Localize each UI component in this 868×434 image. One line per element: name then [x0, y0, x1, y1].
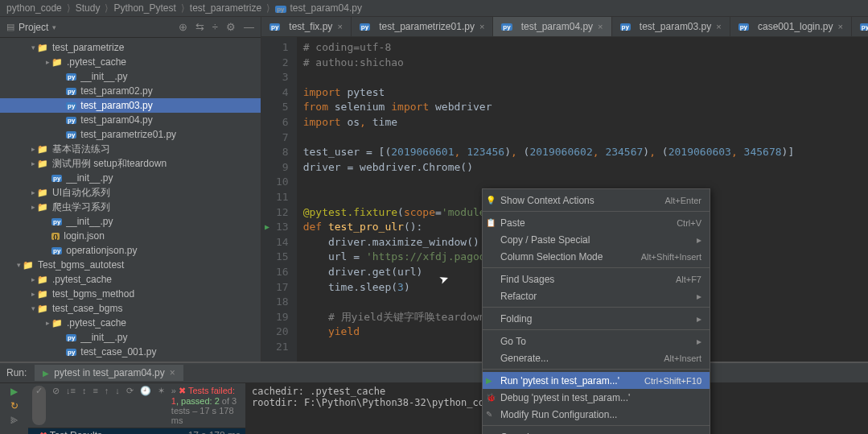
- sort-icon[interactable]: ↓≡: [66, 386, 76, 425]
- editor-tab[interactable]: pytest_fix.py×: [261, 17, 352, 36]
- menu-item[interactable]: 📋PasteCtrl+V: [483, 214, 710, 231]
- menu-item[interactable]: Open In▸: [483, 428, 710, 434]
- project-sidebar: ▤ Project ▾ ⊕ ⇆ ÷ ⚙ — ▾📁test_parametrize…: [0, 17, 261, 363]
- breadcrumb-part[interactable]: test_parametrize: [190, 2, 261, 14]
- menu-icon: 🐞: [486, 393, 496, 402]
- tree-item[interactable]: pytest_case_001.py: [0, 345, 261, 359]
- tree-item[interactable]: ▸📁.pytest_cache: [0, 55, 261, 69]
- project-tree[interactable]: ▾📁test_parametrize▸📁.pytest_cachepy__ini…: [0, 38, 261, 363]
- gutter: 123456789101112▶131415161718192021: [261, 37, 297, 363]
- editor-tab[interactable]: pytest_case_00×: [852, 17, 868, 36]
- tree-item[interactable]: pytest_parametrize01.py: [0, 127, 261, 142]
- folder-icon: 📁: [37, 275, 48, 285]
- editor-tab[interactable]: pytest_param03.py×: [612, 17, 730, 36]
- tree-item[interactable]: {}login.json: [0, 229, 261, 243]
- breadcrumb-file[interactable]: test_param04.py: [290, 2, 362, 14]
- locate-icon[interactable]: ⊕: [179, 21, 187, 33]
- menu-item[interactable]: Refactor▸: [483, 287, 710, 304]
- json-icon: {}: [51, 233, 60, 240]
- breadcrumb-part[interactable]: Study: [76, 2, 101, 14]
- editor-tabs: pytest_fix.py×pytest_parametrize01.py×py…: [261, 17, 868, 37]
- menu-separator: [483, 211, 710, 212]
- python-icon: py: [66, 349, 76, 356]
- menu-item[interactable]: Generate...Alt+Insert: [483, 349, 710, 366]
- menu-item[interactable]: ✎Modify Run Configuration...: [483, 406, 710, 423]
- close-icon[interactable]: ×: [337, 22, 342, 31]
- close-icon[interactable]: ×: [479, 22, 484, 31]
- breadcrumb-part[interactable]: python_code: [6, 2, 62, 14]
- menu-item[interactable]: Column Selection ModeAlt+Shift+Insert: [483, 248, 710, 265]
- python-icon: py: [738, 23, 749, 31]
- menu-item[interactable]: Folding▸: [483, 310, 710, 327]
- tree-item[interactable]: py__init__.py: [0, 69, 261, 84]
- collapse-icon[interactable]: ÷: [212, 21, 218, 33]
- menu-separator: [483, 267, 710, 268]
- python-icon: py: [66, 102, 76, 110]
- tree-item[interactable]: ▸📁.pytest_cache: [0, 316, 261, 330]
- test-results-row[interactable]: ▾ ✖ Test Results 17 s 178 ms: [28, 428, 245, 434]
- run-tab[interactable]: ▶ pytest in test_param04.py ×: [35, 365, 183, 381]
- tree-item[interactable]: ▸📁.pytest_cache: [0, 272, 261, 287]
- menu-item[interactable]: Copy / Paste Special▸: [483, 231, 710, 248]
- rerun-icon[interactable]: ▶: [10, 386, 18, 397]
- menu-icon: 💡: [486, 196, 496, 205]
- tree-item[interactable]: ▸📁UI自动化系列: [0, 185, 261, 200]
- menu-item[interactable]: 🐞Debug 'pytest in test_param...': [483, 389, 710, 406]
- tree-item[interactable]: ▸📁基本语法练习: [0, 142, 261, 156]
- folder-icon: 📁: [37, 43, 48, 53]
- next-icon[interactable]: ↓: [115, 386, 120, 425]
- editor-tab[interactable]: pycase001_login.py×: [730, 17, 852, 36]
- folder-icon: 📁: [51, 318, 63, 329]
- tree-item[interactable]: ▸📁爬虫学习系列: [0, 200, 261, 214]
- menu-item[interactable]: Go To▸: [483, 333, 710, 349]
- tree-item[interactable]: pytest_param03.py: [0, 98, 261, 113]
- menu-separator: [483, 425, 710, 426]
- editor-tab[interactable]: pytest_parametrize01.py×: [352, 17, 494, 36]
- python-icon: py: [51, 218, 62, 225]
- python-icon: py: [66, 73, 76, 81]
- tree-item[interactable]: ▾📁Test_bgms_autotest: [0, 258, 261, 272]
- export-icon[interactable]: ⟳: [126, 386, 134, 425]
- tree-item[interactable]: py__init__.py: [0, 214, 261, 229]
- collapse-all-icon[interactable]: ≡: [93, 386, 97, 425]
- python-icon: py: [66, 334, 76, 341]
- menu-icon: ✎: [486, 410, 492, 419]
- tree-item[interactable]: ▾📁test_case_bgms: [0, 301, 261, 316]
- python-icon: py: [620, 23, 631, 31]
- expand-icon[interactable]: ⇆: [195, 21, 204, 33]
- editor-tab[interactable]: pytest_param04.py×: [493, 17, 611, 36]
- hide-icon[interactable]: —: [244, 21, 254, 33]
- tree-item[interactable]: pytest_param02.py: [0, 84, 261, 98]
- folder-icon: 📁: [23, 260, 34, 271]
- toggle-icon[interactable]: ⫸: [10, 415, 19, 426]
- breadcrumb-part[interactable]: Python_Pytest: [113, 2, 175, 14]
- tree-item[interactable]: ▸📁测试用例 setup和teardown: [0, 156, 261, 171]
- menu-separator: [483, 369, 710, 370]
- expand-all-icon[interactable]: ↕: [82, 386, 87, 425]
- tree-item[interactable]: ▾📁test_parametrize: [0, 40, 261, 55]
- python-icon: py: [860, 23, 868, 31]
- tree-item[interactable]: ▸📁test_bgms_method: [0, 287, 261, 301]
- menu-item[interactable]: 💡Show Context ActionsAlt+Enter: [483, 192, 710, 209]
- close-icon[interactable]: ×: [837, 22, 842, 31]
- menu-item[interactable]: ▶Run 'pytest in test_param...'Ctrl+Shift…: [483, 372, 710, 389]
- prev-icon[interactable]: ↑: [105, 386, 109, 425]
- more-icon[interactable]: ✶: [158, 386, 165, 425]
- python-icon: py: [51, 175, 62, 182]
- history-icon[interactable]: 🕘: [140, 386, 151, 425]
- filter-ignored-icon[interactable]: ⊘: [52, 386, 60, 425]
- python-icon: py: [269, 23, 280, 31]
- filter-passed-icon[interactable]: ✓: [32, 386, 46, 425]
- rerun-failed-icon[interactable]: ↻: [10, 400, 19, 411]
- menu-item[interactable]: Find UsagesAlt+F7: [483, 271, 710, 287]
- close-icon[interactable]: ×: [598, 22, 603, 31]
- settings-icon[interactable]: ⚙: [226, 21, 236, 33]
- project-title[interactable]: Project: [19, 22, 48, 33]
- tree-item[interactable]: pytest_param04.py: [0, 113, 261, 127]
- tree-item[interactable]: pyoperationjson.py: [0, 243, 261, 258]
- folder-icon: 📁: [37, 144, 48, 155]
- menu-separator: [483, 307, 710, 308]
- tree-item[interactable]: py__init__.py: [0, 171, 261, 185]
- tree-item[interactable]: py__init__.py: [0, 330, 261, 345]
- close-icon[interactable]: ×: [716, 22, 721, 31]
